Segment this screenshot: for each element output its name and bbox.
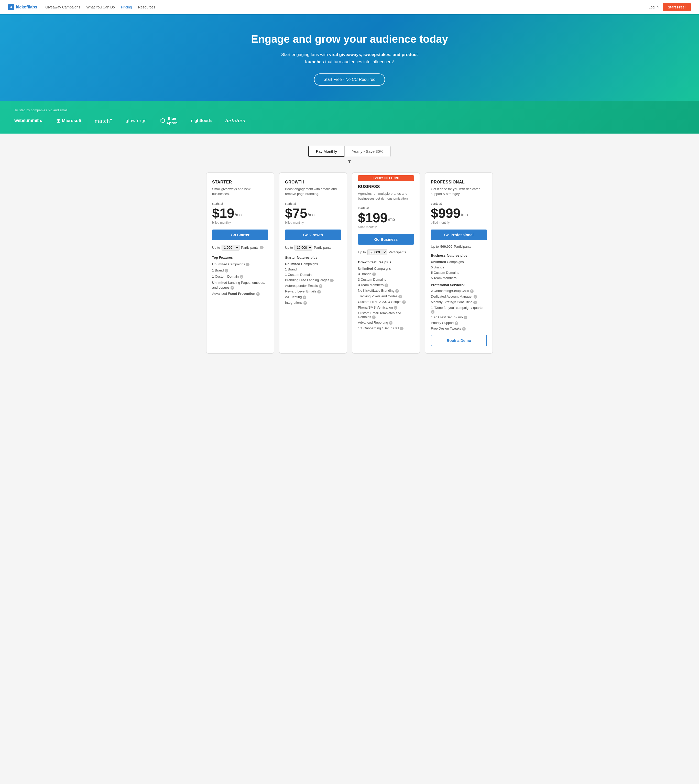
logo-microsoft: ⊞ Microsoft — [56, 118, 82, 124]
book-demo-button[interactable]: Book a Demo — [431, 335, 487, 346]
plan-name-growth: GROWTH — [285, 180, 341, 184]
nav-actions: Log In Start Free! — [649, 3, 691, 11]
participants-select-business[interactable]: 50,000100,000250,000 — [368, 249, 387, 255]
hero-section: Engage and grow your audience today Star… — [0, 14, 699, 101]
every-feature-badge: EVERY FEATURE — [358, 175, 414, 181]
logo-websummit: websummit▲ — [14, 118, 43, 123]
plan-name-professional: PROFESSIONAL — [431, 180, 487, 184]
hero-subtitle-plain: Start engaging fans with — [281, 52, 329, 57]
feature-biz-3: 3 Team Members ? — [358, 283, 414, 287]
go-growth-button[interactable]: Go Growth — [285, 230, 341, 240]
participants-starter: Up to 1,0005,00010,000 Participants ? — [212, 245, 268, 250]
price-row-starter: $19 /mo — [212, 207, 268, 220]
nav-link-giveaway[interactable]: Giveaway Campaigns — [45, 4, 80, 10]
hero-subtitle-end: that turn audiences into influencers! — [324, 60, 394, 64]
plan-name-starter: STARTER — [212, 180, 268, 184]
start-free-button[interactable]: Start Free! — [663, 3, 691, 11]
plan-desc-starter: Small giveaways and new businesses. — [212, 187, 268, 197]
feature-growth-6: A/B Testing ? — [285, 295, 341, 299]
billed-growth: billed monthly — [285, 221, 341, 224]
price-row-business: $199 /mo — [358, 211, 414, 224]
billed-business: billed monthly — [358, 225, 414, 229]
feature-starter-1: 1 Brand ? — [212, 268, 268, 273]
price-row-growth: $75 /mo — [285, 207, 341, 220]
logo-icon — [8, 4, 14, 10]
svg-point-0 — [11, 7, 12, 8]
plan-card-starter: STARTER Small giveaways and new business… — [206, 172, 274, 354]
feature-pro-2: 5 Custom Domains — [431, 271, 487, 275]
feature-growth-2: 1 Custom Domain — [285, 273, 341, 277]
price-starter: $19 — [212, 207, 234, 220]
logo-nightfood: nightfood® — [191, 118, 212, 123]
participants-text-professional: 500,000 — [440, 245, 452, 249]
feature-growth-4: Autoresponder Emails ? — [285, 284, 341, 288]
feature-biz-2: 3 Custom Domains — [358, 278, 414, 282]
features-header-professional: Business features plus — [431, 254, 487, 257]
feature-growth-0: Unlimited Campaigns — [285, 262, 341, 266]
plan-name-business: BUSINESS — [358, 184, 414, 189]
feature-biz-4: No KickoffLabs Branding ? — [358, 288, 414, 293]
trusted-logos: websummit▲ ⊞ Microsoft match♥ glowforge … — [14, 116, 685, 125]
plan-card-business: EVERY FEATURE BUSINESS Agencies run mult… — [352, 172, 420, 354]
price-professional: $999 — [431, 207, 460, 220]
feature-pro-1: 5 Brands — [431, 265, 487, 269]
price-mo-starter: /mo — [235, 213, 242, 217]
price-business: $199 — [358, 211, 388, 224]
login-button[interactable]: Log In — [649, 5, 659, 9]
plan-card-professional: PROFESSIONAL Get it done for you with de… — [425, 172, 493, 354]
plan-desc-professional: Get it done for you with dedicated suppo… — [431, 187, 487, 197]
feature-starter-2: 1 Custom Domain ? — [212, 274, 268, 279]
billing-toggle: Pay Monthly Yearly - Save 30% — [8, 146, 691, 157]
logo-match: match♥ — [94, 118, 112, 124]
price-growth: $75 — [285, 207, 307, 220]
feature-biz-5: Tracking Pixels and Codes ? — [358, 294, 414, 298]
participants-select-starter[interactable]: 1,0005,00010,000 — [222, 245, 240, 250]
feature-biz-6: Custom HTML/CSS & Scripts ? — [358, 300, 414, 304]
feature-pro-svc-3: 1 "Done for you" campaign / quarter ? — [431, 306, 487, 314]
hero-cta-button[interactable]: Start Free - No CC Required — [314, 73, 385, 86]
hero-title: Engage and grow your audience today — [8, 33, 691, 46]
logo-text: kickofflabs — [16, 5, 37, 10]
plan-card-growth: GROWTH Boost engagement with emails and … — [279, 172, 347, 354]
feature-growth-7: Integrations ? — [285, 301, 341, 305]
feature-starter-0: Unlimited Campaigns ? — [212, 262, 268, 267]
feature-biz-8: Custom Email Templates and Domains ? — [358, 311, 414, 319]
participants-select-growth[interactable]: 10,00025,00050,000 — [295, 245, 312, 250]
nav-link-pricing[interactable]: Pricing — [121, 4, 132, 10]
price-mo-professional: /mo — [461, 213, 468, 217]
feature-pro-0: Unlimited Campaigns — [431, 260, 487, 264]
hero-subtitle: Start engaging fans with viral giveaways… — [278, 51, 421, 65]
feature-pro-3: 5 Team Members — [431, 276, 487, 280]
monthly-toggle-button[interactable]: Pay Monthly — [308, 146, 345, 157]
nav-link-resources[interactable]: Resources — [138, 4, 155, 10]
plans-grid: STARTER Small giveaways and new business… — [206, 172, 493, 354]
go-business-button[interactable]: Go Business — [358, 234, 414, 245]
feature-biz-1: 3 Brands ? — [358, 272, 414, 276]
participants-label-growth: Participants — [314, 245, 331, 249]
feature-pro-svc-0: 2 Onboarding/Setup Calls ? — [431, 289, 487, 293]
starts-at-professional: starts at — [431, 202, 487, 206]
features-header-growth: Starter features plus — [285, 255, 341, 259]
price-row-professional: $999 /mo — [431, 207, 487, 220]
go-starter-button[interactable]: Go Starter — [212, 230, 268, 240]
starts-at-growth: starts at — [285, 202, 341, 206]
logo-glowforge: glowforge — [126, 118, 147, 123]
nav-links: Giveaway Campaigns What You Can Do Prici… — [45, 4, 649, 10]
feature-pro-svc-6: Free Design Tweaks ? — [431, 327, 487, 331]
participants-professional: Up to 500,000 Participants — [431, 245, 487, 249]
feature-biz-9: Advanced Reporting ? — [358, 321, 414, 325]
features-header-starter: Top Features — [212, 255, 268, 259]
participants-growth: Up to 10,00025,00050,000 Participants — [285, 245, 341, 250]
logo[interactable]: kickofflabs — [8, 4, 37, 10]
participants-label-starter: Participants — [241, 245, 258, 249]
feature-biz-10: 1:1 Onboarding / Setup Call ? — [358, 326, 414, 330]
starts-at-starter: starts at — [212, 202, 268, 206]
logo-blue-apron: ⬡BlueApron — [160, 116, 177, 125]
feature-starter-4: Advanced Fraud Prevention ? — [212, 292, 268, 296]
logo-betches: betches — [225, 118, 245, 124]
info-icon-participants-starter[interactable]: ? — [260, 245, 263, 249]
nav-link-whatyoucando[interactable]: What You Can Do — [86, 4, 114, 10]
go-professional-button[interactable]: Go Professional — [431, 230, 487, 240]
plan-desc-business: Agencies run multiple brands and busines… — [358, 191, 414, 201]
yearly-toggle-button[interactable]: Yearly - Save 30% — [345, 146, 391, 157]
